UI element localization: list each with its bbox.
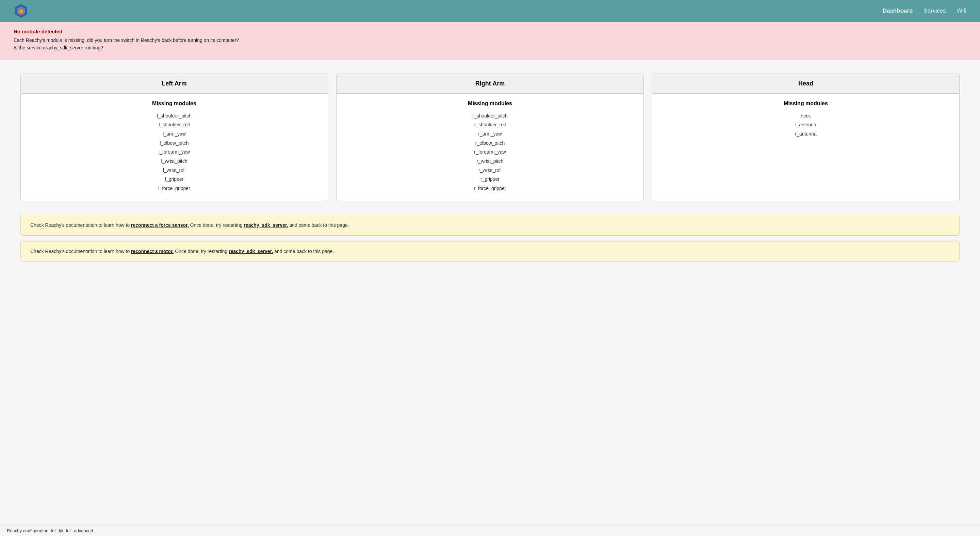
alert-title: No module detected	[14, 29, 966, 34]
main-content: Left Arm Missing modules l_shoulder_pitc…	[0, 60, 980, 281]
notice-2-prefix: Check Reachy's documentation to learn ho…	[30, 249, 131, 254]
list-item: l_wrist_pitch	[26, 156, 322, 166]
alert-line-1: Each Reachy's module is missing, did you…	[14, 37, 966, 44]
list-item: r_wrist_pitch	[342, 156, 638, 166]
notice-1-link2[interactable]: reachy_sdk_server.	[244, 222, 288, 228]
left-arm-header: Left Arm	[21, 74, 328, 94]
notice-1-suffix: and come back to this page.	[288, 222, 349, 228]
notice-2-middle: Once done, try restarting	[173, 249, 229, 254]
notice-force-sensor: Check Reachy's documentation to learn ho…	[21, 215, 959, 235]
right-arm-header: Right Arm	[337, 74, 643, 94]
head-section-title: Missing modules	[658, 100, 954, 107]
notice-1-link1[interactable]: reconnect a force sensor.	[131, 222, 189, 228]
alert-banner: No module detected Each Reachy's module …	[0, 22, 980, 60]
notice-motor: Check Reachy's documentation to learn ho…	[21, 241, 959, 262]
list-item: r_shoulder_pitch	[342, 112, 638, 121]
list-item: l_forearm_yaw	[26, 147, 322, 156]
nav-wifi[interactable]: Wifi	[957, 8, 966, 14]
list-item: l_shoulder_roll	[26, 120, 322, 129]
list-item: r_antenna	[658, 129, 954, 139]
footer-bar: Reachy configuration: full_kit_full_adva…	[0, 525, 980, 536]
notice-1-prefix: Check Reachy's documentation to learn ho…	[30, 222, 131, 228]
list-item: r_shoulder_roll	[342, 120, 638, 129]
head-body: Missing modules neck l_antenna r_antenna	[652, 94, 959, 147]
left-arm-module-list: l_shoulder_pitch l_shoulder_roll l_arm_y…	[26, 112, 322, 193]
alert-body: Each Reachy's module is missing, did you…	[14, 37, 966, 52]
navbar: Dashboard Services Wifi	[0, 0, 980, 22]
nav-services[interactable]: Services	[924, 8, 946, 14]
list-item: l_arm_yaw	[26, 129, 322, 139]
left-arm-section-title: Missing modules	[26, 100, 322, 107]
head-module-list: neck l_antenna r_antenna	[658, 112, 954, 139]
notice-1-middle: Once done, try restarting	[189, 222, 244, 228]
right-arm-card: Right Arm Missing modules r_shoulder_pit…	[336, 73, 644, 201]
left-arm-card: Left Arm Missing modules l_shoulder_pitc…	[21, 73, 328, 201]
notice-2-suffix: and come back to this page.	[273, 249, 334, 254]
list-item: l_shoulder_pitch	[26, 112, 322, 121]
notice-2-link2[interactable]: reachy_sdk_server.	[229, 249, 273, 254]
list-item: r_elbow_pitch	[342, 139, 638, 148]
right-arm-body: Missing modules r_shoulder_pitch r_shoul…	[337, 94, 643, 201]
footer-config-text: Reachy configuration: full_kit_full_adva…	[7, 528, 93, 533]
module-cards-row: Left Arm Missing modules l_shoulder_pitc…	[21, 73, 959, 201]
list-item: neck	[658, 112, 954, 121]
list-item: r_gripper	[342, 175, 638, 184]
notice-2-link1[interactable]: reconnect a motor.	[131, 249, 173, 254]
left-arm-body: Missing modules l_shoulder_pitch l_shoul…	[21, 94, 328, 201]
logo-icon[interactable]	[14, 3, 29, 18]
head-card: Head Missing modules neck l_antenna r_an…	[652, 73, 959, 201]
alert-line-2: Is the service reachy_sdk_server running…	[14, 44, 966, 51]
list-item: l_elbow_pitch	[26, 139, 322, 148]
nav-links: Dashboard Services Wifi	[883, 8, 966, 14]
list-item: l_gripper	[26, 175, 322, 184]
right-arm-module-list: r_shoulder_pitch r_shoulder_roll r_arm_y…	[342, 112, 638, 193]
head-header: Head	[652, 74, 959, 94]
list-item: l_force_gripper	[26, 184, 322, 193]
list-item: r_arm_yaw	[342, 129, 638, 139]
list-item: r_force_gripper	[342, 184, 638, 193]
list-item: r_wrist_roll	[342, 166, 638, 175]
nav-dashboard[interactable]: Dashboard	[883, 8, 913, 14]
list-item: r_forearm_yaw	[342, 147, 638, 156]
list-item: l_antenna	[658, 120, 954, 129]
right-arm-section-title: Missing modules	[342, 100, 638, 107]
list-item: l_wrist_roll	[26, 166, 322, 175]
